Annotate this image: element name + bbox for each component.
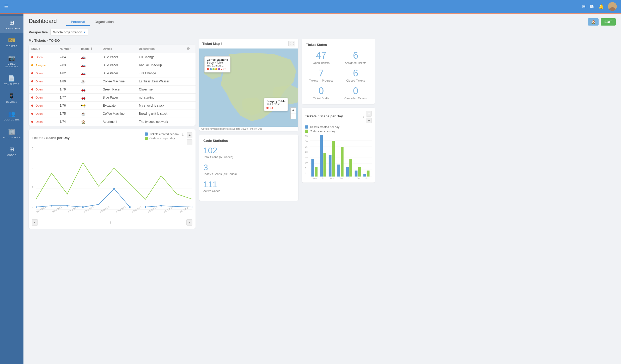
cell-status: Open bbox=[29, 102, 57, 110]
map-info-icon[interactable]: ℹ bbox=[221, 42, 222, 45]
chart-next-btn[interactable]: › bbox=[186, 219, 192, 226]
cell-action bbox=[184, 110, 196, 118]
chart-zoom-out[interactable]: − bbox=[187, 139, 192, 145]
sidebar-item-templates[interactable]: 📄 TEMPLATES bbox=[0, 71, 23, 89]
tab-personal[interactable]: Personal bbox=[66, 18, 90, 26]
sidebar-item-company[interactable]: 🏢 MY COMPANY bbox=[0, 125, 23, 142]
status-text[interactable]: Open bbox=[35, 72, 42, 75]
table-row: Open 1/82 🚗 Blue Pacer Tire Change bbox=[29, 69, 196, 77]
chart-y-axis: 3 2 1 0 bbox=[32, 147, 36, 214]
status-text[interactable]: Assigned bbox=[35, 64, 47, 67]
cell-description: Annual Checkup bbox=[136, 61, 184, 69]
cell-image: 🚗 bbox=[78, 94, 100, 102]
cell-action bbox=[184, 102, 196, 110]
sidebar-item-video[interactable]: 📷 VIDEO SESSIONS bbox=[0, 51, 23, 71]
bar-y-25: 25 bbox=[305, 145, 309, 148]
col-number: Number bbox=[57, 45, 78, 53]
right-legend-tickets: Tickets created per day bbox=[305, 125, 372, 129]
status-text[interactable]: Open bbox=[35, 112, 42, 115]
status-text[interactable]: Open bbox=[35, 80, 42, 83]
svg-point-1 bbox=[609, 7, 616, 11]
status-dot bbox=[31, 88, 33, 90]
chart-nav: ‹ › bbox=[32, 219, 192, 226]
status-text[interactable]: Open bbox=[35, 120, 42, 123]
map-expand-btn[interactable]: ⛶ bbox=[288, 41, 295, 46]
templates-icon: 📄 bbox=[8, 75, 15, 82]
right-chart-zoom-out[interactable]: − bbox=[366, 118, 372, 123]
cell-description: Ölwechsel bbox=[136, 86, 184, 94]
user-avatar[interactable] bbox=[608, 2, 617, 11]
popup1-dots: ● 27 bbox=[207, 68, 228, 71]
table-gear-icon[interactable]: ⚙ bbox=[187, 47, 190, 51]
total-scans-label: Total Scans (All Codes) bbox=[203, 155, 294, 159]
hamburger-icon[interactable]: ☰ bbox=[4, 4, 8, 9]
cell-action bbox=[184, 94, 196, 102]
in-progress-label: Tickets In Progress bbox=[306, 79, 336, 82]
chart-info-icon[interactable]: ℹ bbox=[182, 132, 184, 136]
dot-red2 bbox=[266, 107, 269, 109]
chart-checkbox[interactable] bbox=[111, 221, 114, 224]
home-button[interactable]: 🏠 bbox=[588, 18, 599, 26]
dot-purple bbox=[218, 68, 220, 70]
cell-device: Apartment bbox=[100, 118, 136, 126]
chart-prev-btn[interactable]: ‹ bbox=[32, 219, 38, 226]
cell-status: Open bbox=[29, 53, 57, 61]
svg-point-10 bbox=[98, 204, 99, 205]
perspective-select[interactable]: Whole organization ▾ bbox=[50, 29, 88, 35]
tab-organization[interactable]: Organization bbox=[90, 18, 119, 26]
dashboard-header: Dashboard Personal Organization 🏠 EDIT bbox=[29, 18, 616, 26]
device-icon: ☕ bbox=[81, 112, 86, 116]
svg-point-6 bbox=[36, 206, 37, 208]
chart-legend: Tickets created per day Code scans per d… bbox=[145, 132, 179, 140]
col-description: Description bbox=[136, 45, 184, 53]
right-chart-zoom-in[interactable]: + bbox=[366, 111, 372, 117]
cell-action bbox=[184, 118, 196, 126]
map-popup-1: Coffee Machine Surgery Table and 31 more… bbox=[204, 56, 230, 72]
right-legend-scans-label: Code scans per day bbox=[310, 130, 335, 133]
svg-point-0 bbox=[611, 4, 614, 7]
codes-icon: ⊞ bbox=[9, 146, 14, 153]
cell-status: Open bbox=[29, 118, 57, 126]
chart-container: 3 2 1 0 bbox=[32, 147, 192, 226]
device-icon: 🚧 bbox=[81, 104, 86, 108]
chart-zoom-in[interactable]: + bbox=[187, 132, 192, 138]
map-zoom-in[interactable]: + bbox=[290, 107, 296, 113]
svg-rect-34 bbox=[346, 167, 349, 177]
chart-svg bbox=[36, 147, 192, 210]
edit-button[interactable]: EDIT bbox=[601, 18, 616, 26]
cell-number: 1/82 bbox=[57, 69, 78, 77]
sidebar-item-dashboard[interactable]: ⊞ DASHBOARD bbox=[0, 16, 23, 33]
tickets-section-title: My Tickets - TO-DO bbox=[29, 39, 196, 43]
image-info-icon[interactable]: ℹ bbox=[91, 47, 92, 50]
right-chart-info-icon[interactable]: ℹ bbox=[363, 115, 364, 119]
sidebar: ⊞ DASHBOARD 🎫 TICKETS 📷 VIDEO SESSIONS 📄… bbox=[0, 14, 23, 364]
status-text[interactable]: Open bbox=[35, 96, 42, 99]
status-dot bbox=[31, 96, 33, 99]
sidebar-item-tickets[interactable]: 🎫 TICKETS bbox=[0, 33, 23, 51]
open-label: Open Tickets bbox=[306, 61, 336, 64]
device-icon: 🚗 bbox=[81, 87, 86, 92]
status-text[interactable]: Open bbox=[35, 104, 42, 107]
cell-status: Open bbox=[29, 86, 57, 94]
cell-image: 🚗 bbox=[78, 61, 100, 69]
cell-action bbox=[184, 69, 196, 77]
notification-bell[interactable]: 🔔 bbox=[599, 4, 604, 9]
col-gear: ⚙ bbox=[184, 45, 196, 53]
table-row: Open 2/84 🚗 Blue Pacer Oil Change bbox=[29, 53, 196, 61]
perspective-label: Perspective bbox=[29, 30, 48, 34]
map-zoom-out[interactable]: − bbox=[290, 113, 296, 119]
sidebar-item-codes[interactable]: ⊞ CODES bbox=[0, 142, 23, 160]
language-selector[interactable]: EN bbox=[590, 4, 594, 8]
status-dot bbox=[31, 113, 33, 115]
tickets-table: Status Number Image ℹ Device Description… bbox=[29, 45, 196, 126]
cell-action bbox=[184, 61, 196, 69]
right-chart-section: Tickets / Scans per Day ℹ + − Tick bbox=[302, 108, 375, 183]
sidebar-item-customers[interactable]: 👥 CUSTOMERS bbox=[0, 107, 23, 125]
svg-rect-31 bbox=[332, 141, 335, 177]
right-chart-title: Tickets / Scans per Day bbox=[305, 114, 343, 118]
cell-number: 1/75 bbox=[57, 110, 78, 118]
status-text[interactable]: Open bbox=[35, 88, 42, 91]
grid-icon[interactable]: ⊞ bbox=[582, 4, 586, 9]
sidebar-item-devices[interactable]: 📱 DEVICES bbox=[0, 89, 23, 107]
status-text[interactable]: Open bbox=[35, 56, 42, 59]
